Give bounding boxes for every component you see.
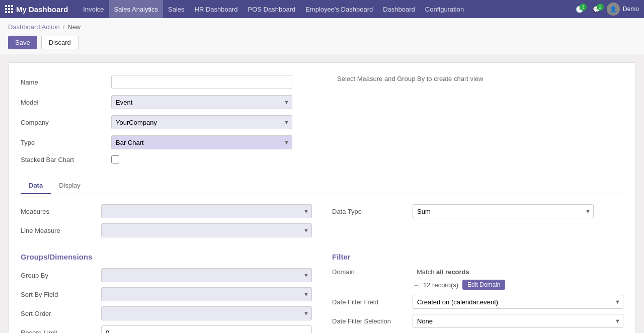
arrow-icon: → <box>413 281 419 289</box>
date-filter-field-row: Date Filter Field Created on (calendar.e… <box>332 295 623 309</box>
model-select[interactable]: Event <box>111 95 292 109</box>
messages-button[interactable]: 💬 2 <box>590 4 604 15</box>
data-right: Data Type Sum Average Count ▼ <box>332 204 623 242</box>
name-input[interactable] <box>111 75 292 89</box>
group-by-row: Group By ▼ <box>21 268 312 282</box>
date-filter-field-select[interactable]: Created on (calendar.event) <box>413 295 623 309</box>
match-word: Match <box>417 268 434 276</box>
action-bar: Save Discard <box>0 34 644 54</box>
messages-badge: 2 <box>597 4 604 11</box>
avatar[interactable]: 👤 <box>607 3 620 16</box>
sort-by-field-row: Sort By Field ▼ <box>21 287 312 301</box>
user-name: Demo <box>623 6 639 13</box>
brand[interactable]: My Dashboard <box>5 5 68 14</box>
type-row: Type Bar Chart Line Chart Pie Chart ▼ <box>21 135 307 149</box>
navbar-right: 🕓 3 💬 2 👤 Demo <box>573 3 639 16</box>
date-filter-field-label: Date Filter Field <box>332 298 413 306</box>
activity-button[interactable]: 🕓 3 <box>573 4 587 15</box>
navbar-links: Invoice Sales Analytics Sales HR Dashboa… <box>78 0 573 18</box>
group-by-select-wrapper: ▼ <box>101 268 312 282</box>
navbar: My Dashboard Invoice Sales Analytics Sal… <box>0 0 644 18</box>
data-type-row: Data Type Sum Average Count ▼ <box>332 204 623 218</box>
data-left: Measures ▼ Line Measure <box>21 204 312 242</box>
domain-label: Domain <box>332 268 413 276</box>
company-select[interactable]: YourCompany <box>111 115 292 129</box>
date-filter-selection-row: Date Filter Selection None This Week Thi… <box>332 314 623 328</box>
group-by-select[interactable] <box>101 268 312 282</box>
model-select-wrapper: Event ▼ <box>111 95 292 109</box>
group-by-label: Group By <box>21 272 101 279</box>
domain-row: Domain Match all records <box>332 268 623 276</box>
type-select-wrapper: Bar Chart Line Chart Pie Chart ▼ <box>111 135 292 149</box>
sort-order-row: Sort Order ▼ <box>21 306 312 320</box>
nav-dashboard[interactable]: Dashboard <box>378 0 420 18</box>
type-select[interactable]: Bar Chart Line Chart Pie Chart <box>111 135 292 149</box>
breadcrumb-current: New <box>67 23 80 31</box>
measures-select-wrapper: ▼ <box>101 204 312 218</box>
edit-domain-button[interactable]: Edit Domain <box>462 280 505 290</box>
sort-by-field-select[interactable] <box>101 287 312 301</box>
nav-employee-dashboard[interactable]: Employee's Dashboard <box>300 0 378 18</box>
line-measure-row: Line Measure ▼ <box>21 223 312 237</box>
company-row: Company YourCompany ▼ <box>21 115 307 129</box>
main-content: Name Model Event ▼ Company <box>0 54 644 333</box>
nav-sales[interactable]: Sales <box>163 0 190 18</box>
sort-order-select-wrapper: ▼ <box>101 306 312 320</box>
chart-hint-text: Select Measure and Group By to create ch… <box>337 75 483 82</box>
date-filter-field-select-wrapper: Created on (calendar.event) ▼ <box>413 295 623 309</box>
filter-section: Filter Domain Match all records → 12 rec… <box>332 253 623 333</box>
breadcrumb-parent[interactable]: Dashboard Action <box>8 23 60 31</box>
nav-hr-dashboard[interactable]: HR Dashboard <box>190 0 243 18</box>
data-section: Measures ▼ Line Measure <box>21 204 623 242</box>
record-limit-row: Record Limit <box>21 325 312 333</box>
date-filter-selection-select[interactable]: None This Week This Month This Year Last… <box>413 314 623 328</box>
form-card: Name Model Event ▼ Company <box>8 62 636 333</box>
form-left: Name Model Event ▼ Company <box>21 75 307 170</box>
top-section: Name Model Event ▼ Company <box>21 75 623 170</box>
stacked-checkbox[interactable] <box>111 155 119 163</box>
record-limit-label: Record Limit <box>21 329 101 334</box>
name-row: Name <box>21 75 307 89</box>
stacked-row: Stacked Bar Chart <box>21 155 307 163</box>
model-row: Model Event ▼ <box>21 95 307 109</box>
company-select-wrapper: YourCompany ▼ <box>111 115 292 129</box>
line-measure-label: Line Measure <box>21 227 101 234</box>
sort-by-field-label: Sort By Field <box>21 291 101 298</box>
bottom-section: Groups/Dimensions Group By ▼ Sort By Fie… <box>21 253 623 333</box>
nav-configuration[interactable]: Configuration <box>420 0 469 18</box>
name-label: Name <box>21 78 111 86</box>
nav-invoice[interactable]: Invoice <box>78 0 109 18</box>
date-filter-selection-label: Date Filter Selection <box>332 317 413 325</box>
tab-display[interactable]: Display <box>51 178 89 194</box>
nav-pos-dashboard[interactable]: POS Dashboard <box>243 0 301 18</box>
record-limit-input[interactable] <box>101 325 312 333</box>
company-label: Company <box>21 119 111 126</box>
measures-row: Measures ▼ <box>21 204 312 218</box>
sort-order-label: Sort Order <box>21 310 101 317</box>
measures-select[interactable] <box>101 204 312 218</box>
breadcrumb: Dashboard Action / New <box>0 18 644 34</box>
measures-label: Measures <box>21 208 101 215</box>
activity-badge: 3 <box>580 4 587 11</box>
date-filter-selection-select-wrapper: None This Week This Month This Year Last… <box>413 314 623 328</box>
data-type-select[interactable]: Sum Average Count <box>413 204 594 218</box>
sort-order-select[interactable] <box>101 306 312 320</box>
data-type-select-wrapper: Sum Average Count ▼ <box>413 204 594 218</box>
discard-button[interactable]: Discard <box>41 36 78 49</box>
form-right: Select Measure and Group By to create ch… <box>317 75 623 170</box>
all-records-text: all records <box>436 268 469 276</box>
records-count: 12 record(s) <box>423 281 458 289</box>
grid-icon <box>5 5 12 13</box>
groups-dimensions-title: Groups/Dimensions <box>21 253 312 261</box>
filter-title: Filter <box>332 253 623 261</box>
model-label: Model <box>21 99 111 106</box>
breadcrumb-separator: / <box>63 23 65 31</box>
tab-data[interactable]: Data <box>21 178 51 194</box>
save-button[interactable]: Save <box>8 36 37 49</box>
line-measure-select-wrapper: ▼ <box>101 223 312 237</box>
tabs-bar: Data Display <box>21 178 623 194</box>
stacked-label: Stacked Bar Chart <box>21 156 111 163</box>
line-measure-select[interactable] <box>101 223 312 237</box>
nav-sales-analytics[interactable]: Sales Analytics <box>109 0 163 18</box>
brand-name: My Dashboard <box>16 5 68 14</box>
